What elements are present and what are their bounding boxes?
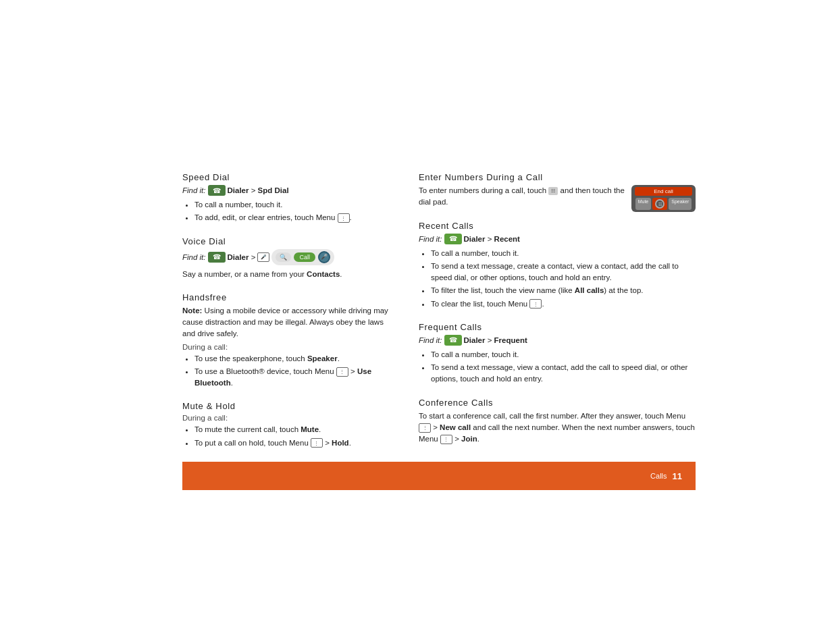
frequent-calls-find-it: Find it: ☎ Dialer > Frequent	[419, 335, 696, 346]
frequent-calls-bullet-2: To send a text message, view a contact, …	[431, 362, 696, 385]
recent-calls-find-it: Find it: ☎ Dialer > Recent	[419, 234, 696, 244]
footer-page-number: 11	[673, 471, 682, 481]
mic-circle: 🎤	[318, 251, 330, 263]
call-btn: Call	[294, 252, 315, 262]
find-it-label-3: Find it:	[419, 235, 442, 243]
right-column: Enter Numbers During a Call End call Mut…	[419, 172, 696, 461]
menu-icon-6: ⋮	[440, 435, 452, 444]
recent-calls-bullet-3: To filter the list, touch the view name …	[431, 285, 696, 296]
recent-calls-bullets: To call a number, touch it. To send a te…	[419, 248, 696, 310]
dialpad-btn: ☷	[652, 198, 667, 210]
menu-icon-1: ⋮	[338, 213, 350, 223]
recent-calls-bullet-1: To call a number, touch it.	[431, 248, 696, 259]
mute-btn: Mute	[635, 198, 652, 210]
section-voice-dial: Voice Dial Find it: ☎ Dialer > 🎤 🔍 Call …	[182, 236, 392, 280]
find-it-label-4: Find it:	[419, 336, 442, 344]
mute-hold-title: Mute & Hold	[182, 401, 392, 411]
left-column: Speed Dial Find it: ☎ Dialer > Spd Dial …	[182, 172, 392, 461]
section-mute-hold: Mute & Hold During a call: To mute the c…	[182, 401, 392, 449]
frequent-calls-bullet-1: To call a number, touch it.	[431, 349, 696, 360]
frequent-calls-title: Frequent Calls	[419, 322, 696, 332]
speed-dial-bullets: To call a number, touch it. To add, edit…	[182, 199, 392, 224]
menu-icon-5: ⋮	[419, 423, 431, 433]
handsfree-during-call: During a call:	[182, 343, 392, 351]
find-it-label-1: Find it:	[182, 186, 206, 194]
recent-calls-bullet-4: To clear the list, touch Menu ⋮.	[431, 298, 696, 310]
recent-calls-path: Dialer > Recent	[464, 235, 520, 243]
section-conference-calls: Conference Calls To start a conference c…	[419, 398, 696, 446]
mute-hold-bullet-2: To put a call on hold, touch Menu ⋮ > Ho…	[194, 437, 392, 449]
mute-hold-bullets: To mute the current call, touch Mute. To…	[182, 424, 392, 449]
end-call-buttons: Mute ☷ Speaker	[635, 198, 692, 210]
speed-dial-title: Speed Dial	[182, 172, 392, 182]
frequent-calls-path: Dialer > Frequent	[464, 336, 527, 344]
mute-hold-bullet-1: To mute the current call, touch Mute.	[194, 424, 392, 435]
section-frequent-calls: Frequent Calls Find it: ☎ Dialer > Frequ…	[419, 322, 696, 385]
section-speed-dial: Speed Dial Find it: ☎ Dialer > Spd Dial …	[182, 172, 392, 224]
find-it-label-2: Find it:	[182, 253, 206, 261]
phone-icon-1: ☎	[208, 185, 226, 196]
speed-dial-bullet-1: To call a number, touch it.	[194, 199, 392, 211]
voice-dial-path: Dialer >	[228, 253, 256, 261]
enter-numbers-title: Enter Numbers During a Call	[419, 172, 696, 182]
menu-icon-4: ⋮	[529, 299, 542, 308]
footer-bar: Calls 11	[182, 462, 696, 490]
note-label: Note:	[182, 306, 202, 315]
speed-dial-find-it: Find it: ☎ Dialer > Spd Dial	[182, 185, 392, 196]
section-handsfree: Handsfree Note: Using a mobile device or…	[182, 292, 392, 390]
menu-icon-2: ⋮	[336, 367, 348, 377]
search-btn: 🔍	[276, 252, 291, 262]
phone-icon-3: ☎	[444, 234, 462, 244]
speaker-btn: Speaker	[669, 198, 692, 210]
voice-dial-image: 🔍 Call 🎤	[271, 249, 334, 265]
speed-dial-bullet-2: To add, edit, or clear entries, touch Me…	[194, 212, 392, 223]
handsfree-bullets: To use the speakerphone, touch Speaker. …	[182, 353, 392, 390]
contacts-bold: Contacts	[307, 270, 340, 278]
keyboard-icon: ☷	[548, 187, 558, 195]
end-call-bar: End call	[635, 187, 692, 196]
frequent-calls-bullets: To call a number, touch it. To send a te…	[419, 349, 696, 385]
conference-calls-desc: To start a conference call, call the fir…	[419, 410, 696, 446]
voice-dial-title: Voice Dial	[182, 236, 392, 246]
section-enter-numbers: Enter Numbers During a Call End call Mut…	[419, 172, 696, 209]
voice-dial-desc: Say a number, or a name from your Contac…	[182, 269, 392, 280]
handsfree-title: Handsfree	[182, 292, 392, 302]
handsfree-bullet-1: To use the speakerphone, touch Speaker.	[194, 353, 392, 365]
recent-calls-title: Recent Calls	[419, 221, 696, 231]
phone-icon-2: ☎	[208, 252, 226, 263]
phone-icon-4: ☎	[444, 335, 462, 346]
handsfree-note: Note: Using a mobile device or accessory…	[182, 305, 392, 340]
menu-icon-3: ⋮	[311, 438, 323, 448]
end-call-image: End call Mute ☷ Speaker	[631, 185, 696, 212]
mute-hold-during-call: During a call:	[182, 414, 392, 422]
mic-menu-icon: 🎤	[257, 252, 269, 262]
handsfree-bullet-2: To use a Bluetooth® device, touch Menu ⋮…	[194, 366, 392, 390]
recent-calls-bullet-2: To send a text message, create a contact…	[431, 261, 696, 284]
speed-dial-path: Dialer > Spd Dial	[228, 186, 289, 194]
footer-label: Calls	[650, 472, 667, 480]
conference-calls-title: Conference Calls	[419, 398, 696, 408]
voice-dial-find-it: Find it: ☎ Dialer > 🎤 🔍 Call 🎤	[182, 249, 392, 265]
section-recent-calls: Recent Calls Find it: ☎ Dialer > Recent …	[419, 221, 696, 310]
